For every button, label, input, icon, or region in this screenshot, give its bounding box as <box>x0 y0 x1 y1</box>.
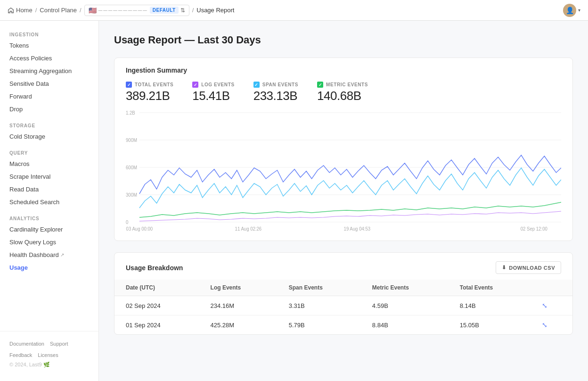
sidebar-item-cold-storage[interactable]: Cold Storage <box>0 130 98 143</box>
sidebar-item-read-data[interactable]: Read Data <box>0 183 98 196</box>
home-icon[interactable]: Home <box>8 7 33 14</box>
svg-text:02 Sep 12:00: 02 Sep 12:00 <box>521 226 548 232</box>
footer-link-feedback[interactable]: Feedback <box>9 352 32 358</box>
cell-log-0: 234.16M <box>199 296 278 315</box>
footer-link-support[interactable]: Support <box>50 341 68 347</box>
metric-events-checkbox[interactable]: ✓ <box>317 82 323 88</box>
sidebar-item-sensitive-data[interactable]: Sensitive Data <box>0 77 98 90</box>
cell-date-0: 02 Sep 2024 <box>114 296 199 315</box>
sidebar-item-forward[interactable]: Forward <box>0 90 98 103</box>
query-section-title: QUERY <box>0 147 98 157</box>
cell-metric-1: 8.84B <box>361 315 449 335</box>
sidebar-section-query: QUERY Macros Scrape Interval Read Data S… <box>0 147 98 208</box>
svg-text:11 Aug 02:26: 11 Aug 02:26 <box>235 226 262 232</box>
metrics-row: ✓ TOTAL EVENTS 389.21B ✓ LOG EVENTS 15.4… <box>114 74 572 103</box>
cell-total-0: 8.14B <box>449 296 531 315</box>
breadcrumb: Home / Control Plane / 🇺🇸 ────────── DEF… <box>8 5 563 16</box>
col-span: Span Events <box>278 280 361 296</box>
cell-total-1: 15.05B <box>449 315 531 335</box>
metric-metric-events: ✓ METRIC EVENTS 140.68B <box>317 82 368 103</box>
total-events-checkbox[interactable]: ✓ <box>126 82 132 88</box>
avatar: 👤 <box>563 4 576 17</box>
cell-date-1: 01 Sep 2024 <box>114 315 199 335</box>
env-name: ────────── <box>98 7 148 14</box>
user-menu-chevron: ▾ <box>578 8 580 13</box>
sidebar-item-slow-query-logs[interactable]: Slow Query Logs <box>0 236 98 248</box>
cell-chart-icon-0[interactable]: ⤡ <box>531 296 572 315</box>
log-events-label: LOG EVENTS <box>201 82 234 87</box>
metric-events-value: 140.68B <box>317 89 368 103</box>
download-icon: ⬇ <box>502 265 506 271</box>
span-events-label: SPAN EVENTS <box>262 82 298 87</box>
table-row: 02 Sep 2024 234.16M 3.31B 4.59B 8.14B ⤡ <box>114 296 572 315</box>
col-date: Date (UTC) <box>114 280 199 296</box>
cell-log-1: 425.28M <box>199 315 278 335</box>
sidebar-item-drop[interactable]: Drop <box>0 103 98 116</box>
ingestion-summary-card: Ingestion Summary ✓ TOTAL EVENTS 389.21B… <box>114 58 573 241</box>
env-flag: 🇺🇸 <box>89 7 97 14</box>
usage-breakdown-card: Usage Breakdown ⬇ DOWNLOAD CSV Date (UTC… <box>114 252 573 335</box>
metric-events-label: METRIC EVENTS <box>326 82 368 87</box>
svg-text:19 Aug 04:53: 19 Aug 04:53 <box>344 226 371 232</box>
cell-span-0: 3.31B <box>278 296 361 315</box>
footer-link-documentation[interactable]: Documentation <box>9 341 44 347</box>
sidebar-item-usage[interactable]: Usage <box>0 261 98 274</box>
sidebar-item-health-dashboard[interactable]: Health Dashboard ↗ <box>0 248 98 261</box>
sidebar-copyright: © 2024, Last9 🌿 <box>0 360 98 373</box>
span-events-value: 233.13B <box>253 89 298 103</box>
download-label: DOWNLOAD CSV <box>509 265 555 271</box>
ingestion-chart: 1.2B 900M 600M 300M 0 <box>126 109 561 232</box>
env-selector[interactable]: 🇺🇸 ────────── DEFAULT ⇅ <box>84 5 189 16</box>
footer-link-licenses[interactable]: Licenses <box>38 352 58 358</box>
page-label: Usage Report <box>196 7 234 14</box>
col-log: Log Events <box>199 280 278 296</box>
total-events-value: 389.21B <box>126 89 173 103</box>
col-total: Total Events <box>449 280 531 296</box>
cell-metric-0: 4.59B <box>361 296 449 315</box>
log-events-checkbox[interactable]: ✓ <box>192 82 198 88</box>
sidebar-item-scheduled-search[interactable]: Scheduled Search <box>0 196 98 208</box>
row-chart-button-1[interactable]: ⤡ <box>542 321 547 329</box>
table-row: 01 Sep 2024 425.28M 5.79B 8.84B 15.05B ⤡ <box>114 315 572 335</box>
download-csv-button[interactable]: ⬇ DOWNLOAD CSV <box>496 261 561 274</box>
metric-total-events: ✓ TOTAL EVENTS 389.21B <box>126 82 173 103</box>
log-events-value: 15.41B <box>192 89 234 103</box>
page-title: Usage Report — Last 30 Days <box>114 34 573 46</box>
metric-events-line <box>139 202 561 217</box>
svg-text:1.2B: 1.2B <box>126 110 135 116</box>
storage-section-title: STORAGE <box>0 119 98 130</box>
layout: INGESTION Tokens Access Policies Streami… <box>0 21 588 381</box>
row-chart-button-0[interactable]: ⤡ <box>542 302 547 309</box>
home-label[interactable]: Home <box>16 7 33 14</box>
sidebar-item-streaming-aggregation[interactable]: Streaming Aggregation <box>0 65 98 77</box>
svg-text:300M: 300M <box>126 192 137 198</box>
breakdown-title: Usage Breakdown <box>126 264 183 272</box>
svg-text:03 Aug 00:00: 03 Aug 00:00 <box>126 226 153 232</box>
svg-text:900M: 900M <box>126 138 137 143</box>
cell-span-1: 5.79B <box>278 315 361 335</box>
user-menu[interactable]: 👤 ▾ <box>563 4 580 17</box>
chart-area: 1.2B 900M 600M 300M 0 <box>114 103 572 240</box>
sidebar-section-analytics: ANALYTICS Cardinality Explorer Slow Quer… <box>0 212 98 274</box>
metric-log-events: ✓ LOG EVENTS 15.41B <box>192 82 234 103</box>
sidebar-item-tokens[interactable]: Tokens <box>0 39 98 52</box>
span-events-checkbox[interactable]: ✓ <box>253 82 260 88</box>
sidebar-item-scrape-interval[interactable]: Scrape Interval <box>0 170 98 183</box>
svg-text:600M: 600M <box>126 165 137 170</box>
total-events-label: TOTAL EVENTS <box>135 82 173 87</box>
external-link-icon: ↗ <box>60 252 64 257</box>
sidebar-item-macros[interactable]: Macros <box>0 157 98 170</box>
log-events-line <box>139 211 561 221</box>
sidebar-item-cardinality-explorer[interactable]: Cardinality Explorer <box>0 223 98 236</box>
sidebar-section-ingestion: INGESTION Tokens Access Policies Streami… <box>0 28 98 116</box>
cell-chart-icon-1[interactable]: ⤡ <box>531 315 572 335</box>
sidebar-item-access-policies[interactable]: Access Policies <box>0 52 98 65</box>
topbar: Home / Control Plane / 🇺🇸 ────────── DEF… <box>0 0 588 21</box>
control-plane-crumb[interactable]: Control Plane <box>40 7 77 14</box>
sidebar-section-storage: STORAGE Cold Storage <box>0 119 98 143</box>
ingestion-summary-title: Ingestion Summary <box>114 58 572 74</box>
sidebar: INGESTION Tokens Access Policies Streami… <box>0 21 99 381</box>
ingestion-section-title: INGESTION <box>0 28 98 39</box>
analytics-section-title: ANALYTICS <box>0 212 98 223</box>
total-events-line <box>139 155 561 194</box>
